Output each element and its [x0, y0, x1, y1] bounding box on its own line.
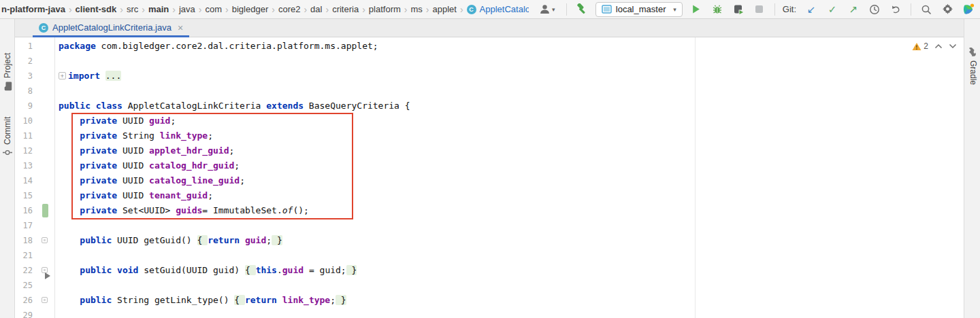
- line-number: 8: [15, 84, 33, 99]
- breadcrumb: n-platform-java›client-sdk›src›main›java…: [1, 4, 529, 15]
- line-number: 1: [15, 39, 33, 54]
- warnings-indicator[interactable]: 2: [912, 41, 928, 51]
- stop-icon: [755, 5, 763, 13]
- bug-icon: [712, 4, 723, 15]
- profiler-button[interactable]: [731, 2, 746, 17]
- editor-tab[interactable]: C AppletCatalogLinkCriteria.java ×: [33, 18, 189, 37]
- code-line: 12 private UUID applet_hdr_guid;: [15, 143, 964, 158]
- warning-count: 2: [924, 41, 928, 51]
- main-area: Project Commit C AppletCatalogLinkCriter…: [0, 19, 980, 318]
- folder-icon: [3, 82, 12, 91]
- fold-marker-icon[interactable]: [42, 237, 48, 243]
- git-commit-button[interactable]: ✓: [825, 2, 840, 17]
- code-line: 21: [15, 248, 964, 263]
- code-line: 13 private UUID catalog_hdr_guid;: [15, 158, 964, 173]
- user-profile-button[interactable]: ▾: [536, 2, 559, 17]
- run-configuration-select[interactable]: local_master ▾: [595, 2, 683, 17]
- commit-check-icon: ✓: [828, 4, 837, 14]
- toolbar-actions: ▾ local_master ▾: [529, 2, 976, 17]
- stripe-label: Gradle: [968, 60, 978, 85]
- breadcrumb-item[interactable]: CAppletCatalogLinkCriteria: [467, 4, 529, 14]
- code-line: 26 public String getLink_type() { return…: [15, 293, 964, 308]
- breadcrumb-separator-icon: ›: [169, 4, 179, 15]
- code-line: 22 public void setGuid(UUID guid) { this…: [15, 263, 964, 278]
- editor-tab-label: AppletCatalogLinkCriteria.java: [52, 22, 172, 33]
- line-number: 26: [15, 293, 33, 308]
- chevron-down-icon: ▾: [552, 6, 555, 13]
- breadcrumb-separator-icon: ›: [401, 4, 411, 15]
- settings-button[interactable]: [940, 2, 955, 17]
- breadcrumb-item[interactable]: core2: [278, 4, 301, 14]
- toolwindow-gradle-button[interactable]: Gradle: [968, 47, 978, 88]
- code-line: 15 private UUID tenant_guid;: [15, 188, 964, 203]
- app-window-icon: [602, 5, 612, 14]
- breadcrumb-separator-icon: ›: [195, 4, 206, 15]
- breadcrumb-item[interactable]: applet: [432, 4, 456, 14]
- inline-fold-icon[interactable]: +: [59, 72, 66, 80]
- git-push-button[interactable]: ↗: [846, 2, 861, 17]
- breadcrumb-item[interactable]: platform: [369, 4, 401, 14]
- breadcrumb-item[interactable]: java: [179, 4, 195, 14]
- breadcrumb-item[interactable]: main: [148, 4, 169, 14]
- profiler-icon: [733, 4, 744, 15]
- breadcrumb-item[interactable]: dal: [310, 4, 322, 14]
- line-number: 21: [15, 248, 33, 263]
- chevron-down-icon: ▾: [673, 6, 676, 13]
- breadcrumb-item[interactable]: ms: [410, 4, 422, 14]
- fold-marker-icon[interactable]: [42, 297, 48, 303]
- chevron-down-icon[interactable]: [949, 43, 957, 49]
- breadcrumb-item[interactable]: n-platform-java: [1, 4, 65, 14]
- code-lines: 1package com.bigledger.core2.dal.criteri…: [15, 39, 964, 318]
- commit-node-icon: [3, 148, 12, 157]
- run-button[interactable]: [689, 2, 704, 17]
- git-update-button[interactable]: ↙: [804, 2, 819, 17]
- line-number: 15: [15, 188, 33, 203]
- breadcrumb-separator-icon: ›: [222, 4, 232, 15]
- breadcrumb-separator-icon: ›: [457, 4, 467, 15]
- breadcrumb-separator-icon: ›: [322, 4, 332, 15]
- breadcrumb-item[interactable]: bigledger: [232, 4, 269, 14]
- line-number: 9: [15, 99, 33, 113]
- gear-icon: [942, 3, 953, 15]
- breadcrumb-separator-icon: ›: [65, 4, 76, 15]
- breadcrumb-item[interactable]: criteria: [332, 4, 359, 14]
- inspections-widget: 2: [912, 41, 957, 51]
- debug-button[interactable]: [710, 2, 725, 17]
- main-toolbar: n-platform-java›client-sdk›src›main›java…: [0, 0, 980, 19]
- rollback-button[interactable]: [888, 2, 903, 17]
- toolwindow-project-button[interactable]: Project: [3, 49, 12, 91]
- code-line: 1package com.bigledger.core2.dal.criteri…: [15, 39, 964, 54]
- search-icon: [921, 4, 932, 15]
- class-icon: C: [39, 23, 48, 33]
- code-with-me-icon: [962, 3, 975, 16]
- class-icon: C: [467, 5, 476, 14]
- line-number: 3: [15, 69, 33, 84]
- code-with-me-button[interactable]: [961, 2, 976, 17]
- code-line: 2: [15, 54, 964, 69]
- code-line: 25: [15, 278, 964, 293]
- update-arrow-icon: ↙: [807, 4, 816, 14]
- stop-button[interactable]: [752, 2, 767, 17]
- line-number: 18: [15, 233, 33, 248]
- search-everywhere-button[interactable]: [919, 2, 934, 17]
- left-toolwindow-stripe: Project Commit: [0, 19, 15, 318]
- gradle-elephant-icon: [970, 47, 977, 57]
- toolwindow-commit-button[interactable]: Commit: [3, 112, 12, 157]
- stripe-label: Commit: [3, 117, 12, 145]
- code-line: 14 private UUID catalog_line_guid;: [15, 173, 964, 188]
- chevron-up-icon[interactable]: [934, 43, 943, 49]
- line-number: 16: [15, 203, 33, 218]
- code-editor[interactable]: 1package com.bigledger.core2.dal.criteri…: [15, 37, 964, 318]
- line-number: 11: [15, 128, 33, 143]
- gutter-arrow-marker: [45, 272, 50, 279]
- breadcrumb-item[interactable]: src: [127, 4, 138, 14]
- breadcrumb-item[interactable]: client-sdk: [76, 4, 117, 14]
- build-project-button[interactable]: [574, 2, 589, 17]
- editor-tab-bar: C AppletCatalogLinkCriteria.java ×: [15, 19, 964, 37]
- line-number: 25: [15, 278, 33, 293]
- history-button[interactable]: [867, 2, 882, 17]
- code-line: 9public class AppletCatalogLinkCriteria …: [15, 99, 964, 113]
- line-number: 22: [15, 263, 33, 278]
- breadcrumb-item[interactable]: com: [206, 4, 223, 14]
- close-icon[interactable]: ×: [178, 23, 183, 33]
